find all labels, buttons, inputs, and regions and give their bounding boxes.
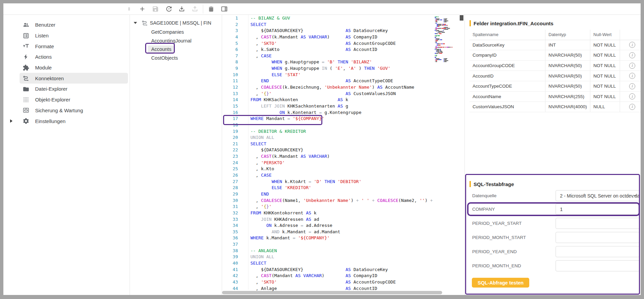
horizontal-scrollbar-thumb[interactable] bbox=[222, 291, 442, 294]
code-text: END bbox=[250, 191, 269, 198]
info-icon[interactable]: i bbox=[629, 83, 635, 89]
horizontal-scrollbar[interactable] bbox=[222, 290, 464, 295]
code-text: FROM KHKKontokorrent AS k bbox=[250, 210, 317, 216]
table-cell: NOT NULL bbox=[590, 71, 620, 81]
info-icon[interactable]: i bbox=[629, 104, 635, 110]
table-cell: NOT NULL bbox=[590, 81, 620, 91]
sidebar-item-label: Objekt-Explorer bbox=[35, 97, 70, 102]
code-line: 28 ELSE 'KREDITOR' bbox=[222, 185, 435, 191]
code-text: WHEN g.Hauptgruppe IN ( 'E', 'A' ) THEN … bbox=[250, 65, 391, 72]
tree-item-accountingjournal[interactable]: AccountingJournal bbox=[130, 36, 222, 45]
info-icon[interactable]: i bbox=[629, 73, 635, 79]
info-icon[interactable]: i bbox=[629, 52, 635, 58]
info-icon[interactable]: i bbox=[629, 42, 635, 48]
code-text: -- ANLAGEN bbox=[250, 248, 277, 254]
minimap-line bbox=[435, 47, 454, 48]
tree-item-costobjects[interactable]: CostObjects bbox=[130, 54, 222, 62]
table-row: AccountTypeCODENVARCHAR(50)NOT NULLi bbox=[469, 81, 641, 92]
minimap-line bbox=[435, 39, 454, 40]
line-number: 25 bbox=[222, 166, 238, 172]
field-input-period-month-end[interactable] bbox=[556, 260, 640, 271]
tree-item-connection-root[interactable]: SAGE100DE | MSSQL | FIN bbox=[130, 18, 222, 28]
line-number: 12 bbox=[222, 84, 238, 91]
minimap-line bbox=[435, 51, 454, 52]
field-label: COMPANY bbox=[472, 204, 495, 215]
sidebar-item-actions[interactable]: Actions bbox=[20, 52, 128, 62]
tree-item-getcompanies[interactable]: GetCompanies bbox=[130, 28, 222, 36]
field-label: PERIOD_MONTH_END bbox=[472, 260, 521, 271]
sidebar-item-listen[interactable]: Listen bbox=[20, 30, 128, 41]
field-input-period-month-start[interactable] bbox=[556, 232, 640, 243]
add-icon[interactable] bbox=[138, 5, 146, 13]
table-cell: NULL bbox=[590, 102, 620, 112]
sidebar-item-sicherung-wartung[interactable]: Sicherung & Wartung bbox=[20, 105, 128, 116]
code-line: 36WHERE k.Mandant = '${COMPANY}' bbox=[222, 235, 435, 241]
delete-icon[interactable] bbox=[207, 5, 215, 13]
expand-arrow-icon[interactable] bbox=[10, 119, 12, 123]
code-text: WHEN k.KtoArt = 'D' THEN 'DEBITOR' bbox=[250, 179, 361, 185]
code-line: 6 , k.SaKto AS AccountID bbox=[222, 47, 435, 53]
table-cell-info: i bbox=[620, 81, 641, 91]
split-view-icon[interactable] bbox=[220, 5, 228, 13]
code-area[interactable]: 1-- BILANZ & GUV2SELECT3 ${DATASOURCEKEY… bbox=[222, 15, 435, 292]
line-number: 10 bbox=[222, 72, 238, 78]
info-icon[interactable]: i bbox=[629, 63, 635, 69]
history-icon[interactable] bbox=[164, 5, 172, 13]
code-text: END AS AccountTypeCODE bbox=[250, 78, 393, 84]
tree-item-label: Accounts bbox=[148, 46, 175, 53]
line-number: 37 bbox=[222, 241, 238, 248]
code-line: 17WHERE Mandant = '${COMPANY}' bbox=[222, 116, 435, 122]
table-cell: NOT NULL bbox=[590, 50, 620, 60]
code-line: 22 ${DATASOURCEKEY} bbox=[222, 147, 435, 153]
chevron-down-icon[interactable] bbox=[134, 22, 137, 24]
datasource-select[interactable]: 2 - Microsoft SQL Server on octdev.datab… bbox=[556, 190, 640, 201]
code-line: 32FROM KHKKontokorrent AS k bbox=[222, 210, 435, 216]
sidebar-item-formate[interactable]: Formate bbox=[20, 41, 128, 52]
field-label: PERIOD_YEAR_END bbox=[472, 246, 517, 257]
line-number: 21 bbox=[222, 141, 238, 147]
sidebar-item-module[interactable]: Module bbox=[20, 62, 128, 73]
code-text: ON k.Kontenart = g.Kontengruppe bbox=[250, 110, 361, 116]
table-row: AccountIDNVARCHAR(50)NOT NULLi bbox=[469, 71, 641, 81]
tree-item-accounts[interactable]: Accounts bbox=[130, 45, 222, 54]
sidebar-item-objekt-explorer[interactable]: Objekt-Explorer bbox=[20, 94, 128, 105]
table-cell: NVARCHAR(4000) bbox=[545, 102, 590, 112]
code-text: WHERE k.Mandant = '${COMPANY}' bbox=[250, 235, 330, 241]
code-text: JOIN KHKAdressen AS ad bbox=[250, 216, 319, 223]
code-line: 40SELECT bbox=[222, 260, 435, 267]
table-cell-info: i bbox=[620, 61, 641, 71]
line-number: 29 bbox=[222, 191, 238, 198]
code-minimap[interactable] bbox=[435, 17, 454, 62]
code-text: , CAST(k.Mandant AS VARCHAR) bbox=[250, 153, 330, 160]
field-input-period-year-start[interactable] bbox=[556, 218, 640, 229]
code-text: WHEN g.Hauptgruppe = 'B' THEN 'BILANZ' bbox=[250, 59, 372, 65]
code-line: 24 , 'PERSKTO' bbox=[222, 160, 435, 166]
drag-handle-icon[interactable] bbox=[125, 5, 133, 13]
run-sql-test-button[interactable]: SQL-Abfrage testen bbox=[472, 278, 529, 288]
upload-icon[interactable] bbox=[191, 5, 199, 13]
vertical-scrollbar-thumb[interactable] bbox=[460, 15, 463, 21]
sidebar-item-label: Listen bbox=[35, 33, 49, 38]
info-icon[interactable]: i bbox=[629, 93, 635, 99]
code-line: 15 LEFT JOIN KHKSachkontenarten AS g bbox=[222, 103, 435, 110]
sidebar-item-einstellungen[interactable]: Einstellungen bbox=[20, 116, 128, 126]
sidebar-item-label: Konnektoren bbox=[35, 76, 64, 81]
table-cell: CompanyID bbox=[469, 50, 545, 60]
format-icon bbox=[23, 43, 29, 50]
vertical-scrollbar[interactable] bbox=[460, 15, 464, 290]
sidebar-item-konnektoren[interactable]: Konnektoren bbox=[20, 73, 128, 84]
field-input-company[interactable] bbox=[556, 204, 640, 215]
table-cell: NVARCHAR(50) bbox=[545, 50, 590, 60]
sidebar-item-benutzer[interactable]: Benutzer bbox=[20, 20, 128, 30]
field-input-period-year-end[interactable] bbox=[556, 246, 640, 257]
minimap-line bbox=[435, 36, 454, 37]
download-icon[interactable] bbox=[178, 5, 186, 13]
table-row: CompanyIDNVARCHAR(50)NOT NULLi bbox=[469, 50, 641, 61]
sql-code-editor[interactable]: 1-- BILANZ & GUV2SELECT3 ${DATASOURCEKEY… bbox=[222, 15, 464, 295]
code-line: 29 END bbox=[222, 191, 435, 198]
sidebar-item-datei-explorer[interactable]: Datei-Explorer bbox=[20, 84, 128, 94]
save-icon[interactable] bbox=[151, 5, 159, 13]
minimap-line bbox=[435, 48, 454, 49]
table-cell: AccountTypeCODE bbox=[469, 81, 545, 91]
code-line: 34 ON k.Adresse = ad.Adresse bbox=[222, 222, 435, 229]
